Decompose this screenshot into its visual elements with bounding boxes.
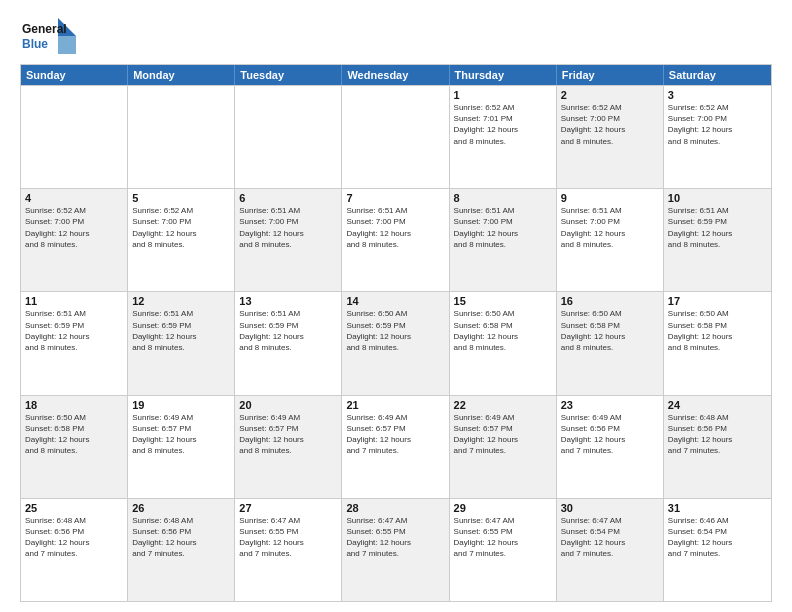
- day-info: Sunrise: 6:52 AM Sunset: 7:00 PM Dayligh…: [132, 205, 230, 250]
- day-header-thursday: Thursday: [450, 65, 557, 85]
- calendar-cell: 5Sunrise: 6:52 AM Sunset: 7:00 PM Daylig…: [128, 189, 235, 291]
- day-number: 11: [25, 295, 123, 307]
- day-info: Sunrise: 6:49 AM Sunset: 6:57 PM Dayligh…: [132, 412, 230, 457]
- calendar-cell: 20Sunrise: 6:49 AM Sunset: 6:57 PM Dayli…: [235, 396, 342, 498]
- day-info: Sunrise: 6:52 AM Sunset: 7:00 PM Dayligh…: [561, 102, 659, 147]
- day-number: 24: [668, 399, 767, 411]
- calendar-cell: 6Sunrise: 6:51 AM Sunset: 7:00 PM Daylig…: [235, 189, 342, 291]
- calendar-cell: 11Sunrise: 6:51 AM Sunset: 6:59 PM Dayli…: [21, 292, 128, 394]
- calendar-cell: 7Sunrise: 6:51 AM Sunset: 7:00 PM Daylig…: [342, 189, 449, 291]
- day-number: 5: [132, 192, 230, 204]
- calendar-cell: 14Sunrise: 6:50 AM Sunset: 6:59 PM Dayli…: [342, 292, 449, 394]
- day-number: 23: [561, 399, 659, 411]
- calendar-cell: 18Sunrise: 6:50 AM Sunset: 6:58 PM Dayli…: [21, 396, 128, 498]
- day-info: Sunrise: 6:51 AM Sunset: 6:59 PM Dayligh…: [25, 308, 123, 353]
- day-info: Sunrise: 6:51 AM Sunset: 7:00 PM Dayligh…: [454, 205, 552, 250]
- day-number: 15: [454, 295, 552, 307]
- calendar: SundayMondayTuesdayWednesdayThursdayFrid…: [20, 64, 772, 602]
- calendar-cell: 17Sunrise: 6:50 AM Sunset: 6:58 PM Dayli…: [664, 292, 771, 394]
- calendar-cell: [342, 86, 449, 188]
- day-info: Sunrise: 6:52 AM Sunset: 7:01 PM Dayligh…: [454, 102, 552, 147]
- calendar-row-2: 4Sunrise: 6:52 AM Sunset: 7:00 PM Daylig…: [21, 188, 771, 291]
- calendar-cell: 23Sunrise: 6:49 AM Sunset: 6:56 PM Dayli…: [557, 396, 664, 498]
- calendar-cell: 22Sunrise: 6:49 AM Sunset: 6:57 PM Dayli…: [450, 396, 557, 498]
- calendar-cell: 30Sunrise: 6:47 AM Sunset: 6:54 PM Dayli…: [557, 499, 664, 601]
- day-number: 2: [561, 89, 659, 101]
- day-number: 7: [346, 192, 444, 204]
- day-number: 10: [668, 192, 767, 204]
- calendar-row-4: 18Sunrise: 6:50 AM Sunset: 6:58 PM Dayli…: [21, 395, 771, 498]
- svg-marker-1: [58, 36, 76, 54]
- day-info: Sunrise: 6:51 AM Sunset: 7:00 PM Dayligh…: [346, 205, 444, 250]
- calendar-body: 1Sunrise: 6:52 AM Sunset: 7:01 PM Daylig…: [21, 85, 771, 601]
- day-header-saturday: Saturday: [664, 65, 771, 85]
- calendar-cell: 10Sunrise: 6:51 AM Sunset: 6:59 PM Dayli…: [664, 189, 771, 291]
- day-info: Sunrise: 6:51 AM Sunset: 6:59 PM Dayligh…: [668, 205, 767, 250]
- day-info: Sunrise: 6:47 AM Sunset: 6:54 PM Dayligh…: [561, 515, 659, 560]
- calendar-cell: 27Sunrise: 6:47 AM Sunset: 6:55 PM Dayli…: [235, 499, 342, 601]
- logo: GeneralBlue: [20, 16, 80, 56]
- day-info: Sunrise: 6:49 AM Sunset: 6:57 PM Dayligh…: [346, 412, 444, 457]
- calendar-cell: 19Sunrise: 6:49 AM Sunset: 6:57 PM Dayli…: [128, 396, 235, 498]
- day-number: 13: [239, 295, 337, 307]
- svg-text:Blue: Blue: [22, 37, 48, 51]
- calendar-cell: [128, 86, 235, 188]
- day-info: Sunrise: 6:50 AM Sunset: 6:58 PM Dayligh…: [668, 308, 767, 353]
- calendar-cell: 21Sunrise: 6:49 AM Sunset: 6:57 PM Dayli…: [342, 396, 449, 498]
- day-number: 26: [132, 502, 230, 514]
- day-info: Sunrise: 6:52 AM Sunset: 7:00 PM Dayligh…: [25, 205, 123, 250]
- header: GeneralBlue: [20, 16, 772, 56]
- day-number: 27: [239, 502, 337, 514]
- page: GeneralBlue SundayMondayTuesdayWednesday…: [0, 0, 792, 612]
- day-info: Sunrise: 6:51 AM Sunset: 7:00 PM Dayligh…: [561, 205, 659, 250]
- day-info: Sunrise: 6:49 AM Sunset: 6:56 PM Dayligh…: [561, 412, 659, 457]
- calendar-cell: 12Sunrise: 6:51 AM Sunset: 6:59 PM Dayli…: [128, 292, 235, 394]
- calendar-cell: 29Sunrise: 6:47 AM Sunset: 6:55 PM Dayli…: [450, 499, 557, 601]
- calendar-cell: [21, 86, 128, 188]
- day-header-monday: Monday: [128, 65, 235, 85]
- day-number: 20: [239, 399, 337, 411]
- day-info: Sunrise: 6:47 AM Sunset: 6:55 PM Dayligh…: [239, 515, 337, 560]
- calendar-cell: 15Sunrise: 6:50 AM Sunset: 6:58 PM Dayli…: [450, 292, 557, 394]
- day-info: Sunrise: 6:50 AM Sunset: 6:58 PM Dayligh…: [454, 308, 552, 353]
- day-number: 25: [25, 502, 123, 514]
- calendar-cell: [235, 86, 342, 188]
- calendar-cell: 24Sunrise: 6:48 AM Sunset: 6:56 PM Dayli…: [664, 396, 771, 498]
- day-number: 3: [668, 89, 767, 101]
- calendar-cell: 26Sunrise: 6:48 AM Sunset: 6:56 PM Dayli…: [128, 499, 235, 601]
- day-info: Sunrise: 6:48 AM Sunset: 6:56 PM Dayligh…: [25, 515, 123, 560]
- calendar-row-3: 11Sunrise: 6:51 AM Sunset: 6:59 PM Dayli…: [21, 291, 771, 394]
- day-number: 8: [454, 192, 552, 204]
- calendar-header: SundayMondayTuesdayWednesdayThursdayFrid…: [21, 65, 771, 85]
- day-number: 28: [346, 502, 444, 514]
- day-info: Sunrise: 6:51 AM Sunset: 7:00 PM Dayligh…: [239, 205, 337, 250]
- day-number: 18: [25, 399, 123, 411]
- calendar-cell: 9Sunrise: 6:51 AM Sunset: 7:00 PM Daylig…: [557, 189, 664, 291]
- day-number: 9: [561, 192, 659, 204]
- day-info: Sunrise: 6:48 AM Sunset: 6:56 PM Dayligh…: [132, 515, 230, 560]
- day-info: Sunrise: 6:47 AM Sunset: 6:55 PM Dayligh…: [454, 515, 552, 560]
- day-number: 30: [561, 502, 659, 514]
- day-header-sunday: Sunday: [21, 65, 128, 85]
- day-number: 14: [346, 295, 444, 307]
- day-info: Sunrise: 6:50 AM Sunset: 6:58 PM Dayligh…: [561, 308, 659, 353]
- calendar-row-5: 25Sunrise: 6:48 AM Sunset: 6:56 PM Dayli…: [21, 498, 771, 601]
- day-info: Sunrise: 6:51 AM Sunset: 6:59 PM Dayligh…: [239, 308, 337, 353]
- day-info: Sunrise: 6:50 AM Sunset: 6:58 PM Dayligh…: [25, 412, 123, 457]
- day-number: 31: [668, 502, 767, 514]
- logo-svg: GeneralBlue: [20, 16, 80, 56]
- day-header-wednesday: Wednesday: [342, 65, 449, 85]
- day-header-friday: Friday: [557, 65, 664, 85]
- day-number: 6: [239, 192, 337, 204]
- day-number: 1: [454, 89, 552, 101]
- day-number: 12: [132, 295, 230, 307]
- calendar-cell: 8Sunrise: 6:51 AM Sunset: 7:00 PM Daylig…: [450, 189, 557, 291]
- day-info: Sunrise: 6:46 AM Sunset: 6:54 PM Dayligh…: [668, 515, 767, 560]
- calendar-cell: 13Sunrise: 6:51 AM Sunset: 6:59 PM Dayli…: [235, 292, 342, 394]
- day-info: Sunrise: 6:52 AM Sunset: 7:00 PM Dayligh…: [668, 102, 767, 147]
- calendar-cell: 16Sunrise: 6:50 AM Sunset: 6:58 PM Dayli…: [557, 292, 664, 394]
- day-info: Sunrise: 6:51 AM Sunset: 6:59 PM Dayligh…: [132, 308, 230, 353]
- calendar-cell: 31Sunrise: 6:46 AM Sunset: 6:54 PM Dayli…: [664, 499, 771, 601]
- day-number: 19: [132, 399, 230, 411]
- calendar-row-1: 1Sunrise: 6:52 AM Sunset: 7:01 PM Daylig…: [21, 85, 771, 188]
